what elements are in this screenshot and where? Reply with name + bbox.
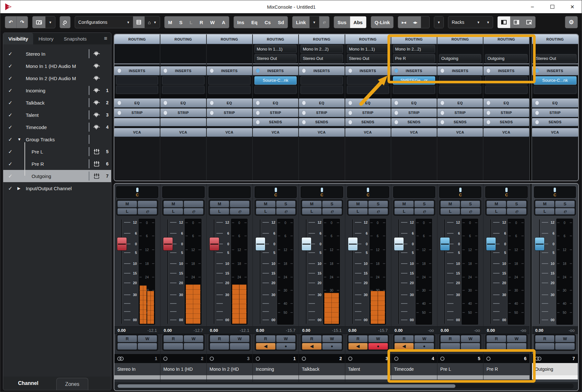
fader-track[interactable] <box>352 219 353 324</box>
routing-rack-header[interactable]: ROUTING <box>345 34 391 44</box>
expand-channels-icon[interactable]: ◂▸ <box>410 16 421 28</box>
routing-rack-header[interactable]: ROUTING <box>207 34 252 44</box>
fader-track[interactable] <box>260 219 261 324</box>
check-icon[interactable]: ✓ <box>3 136 17 143</box>
listen-button[interactable]: L <box>302 208 321 215</box>
channel-name[interactable]: Mono In 1 (HD <box>160 363 206 375</box>
eq-led[interactable] <box>256 100 260 105</box>
routing-output-value[interactable]: Outgoing <box>439 54 481 62</box>
strip-rack-header[interactable]: STRIP <box>253 108 298 117</box>
strip-led[interactable] <box>394 110 398 115</box>
channel-color-strip[interactable] <box>345 375 391 379</box>
bypass-inserts-button[interactable]: Ins <box>234 16 248 28</box>
read-automation-button[interactable]: R <box>118 335 137 342</box>
fader-handle[interactable] <box>163 237 173 251</box>
mute-button[interactable]: M <box>118 201 137 207</box>
write-automation-button[interactable]: W <box>368 335 388 342</box>
edit-channel-button[interactable]: e <box>138 208 157 215</box>
edit-channel-button[interactable]: e <box>322 208 342 215</box>
record-enable-button[interactable]: ● <box>415 343 434 350</box>
check-icon[interactable]: ✓ <box>3 124 17 130</box>
routing-output-slot[interactable]: Outgoing <box>437 54 483 63</box>
routing-output-value[interactable]: Stereo Out <box>347 54 389 62</box>
mute-button[interactable]: M <box>302 201 321 207</box>
listen-button[interactable]: L <box>441 208 460 215</box>
insert-slot-1[interactable] <box>483 75 529 85</box>
read-automation-button[interactable]: R <box>487 335 506 342</box>
insert-slot-2[interactable] <box>114 85 160 94</box>
eq-rack-header[interactable]: EQ <box>483 98 529 107</box>
listen-all-button[interactable]: L <box>186 16 196 28</box>
insert-slot-1[interactable] <box>437 75 483 85</box>
solo-button[interactable] <box>230 201 249 207</box>
search-button[interactable] <box>60 16 70 28</box>
routing-rack-header[interactable]: ROUTING <box>391 34 437 44</box>
insert-plugin-2[interactable] <box>254 86 297 94</box>
vca-rack-header[interactable]: VCA <box>391 128 437 137</box>
pan-control[interactable]: C <box>439 186 481 198</box>
insert-plugin-2[interactable] <box>534 86 577 94</box>
sends-rack-header[interactable]: SENDS <box>437 118 483 126</box>
vca-rack-header[interactable]: VCA <box>160 128 206 137</box>
channel-name[interactable]: Outgoing <box>532 363 578 375</box>
routing-output-slot[interactable]: Outgoing <box>483 54 529 63</box>
channel-color-strip[interactable] <box>437 375 483 379</box>
fader-handle[interactable] <box>486 237 496 251</box>
eq-led[interactable] <box>486 100 491 105</box>
write-automation-button[interactable]: W <box>138 335 157 342</box>
solo-button[interactable] <box>138 201 157 207</box>
insert-plugin-2[interactable] <box>208 86 251 94</box>
channel-color-strip[interactable] <box>391 375 437 379</box>
bottom-tab-channel[interactable]: Channel <box>10 377 47 390</box>
routing-input-slot[interactable]: Mono In 2...2) <box>299 44 344 54</box>
collapse-icon[interactable]: ▼ <box>17 137 26 142</box>
inserts-rack-header[interactable]: INSERTS <box>253 66 298 75</box>
edit-channel-button[interactable]: e <box>555 208 575 215</box>
home-icon[interactable]: ⌂ <box>148 20 151 25</box>
window-layout-button[interactable] <box>523 16 535 28</box>
horizontal-scrollbar-thumb[interactable] <box>118 384 455 388</box>
configurations-dropdown[interactable]: Configurations <box>78 20 107 25</box>
vca-rack-header[interactable]: VCA <box>253 128 298 137</box>
pan-control[interactable] <box>209 186 251 198</box>
routing-rack-header[interactable]: ROUTING <box>483 34 529 44</box>
listen-button[interactable]: L <box>487 208 506 215</box>
check-icon[interactable]: ✓ <box>3 100 17 106</box>
inserts-rack-header[interactable]: INSERTS <box>114 66 160 75</box>
routing-rack-header[interactable]: ROUTING <box>253 34 298 44</box>
snapshot-camera-button[interactable] <box>33 16 45 28</box>
check-icon[interactable]: ✓ <box>3 112 17 118</box>
fader-value[interactable]: 0.00 <box>118 328 148 333</box>
check-icon[interactable]: ✓ <box>3 185 17 191</box>
edit-channel-button[interactable]: e <box>507 208 526 215</box>
edit-channel-button[interactable]: e <box>368 208 388 215</box>
channel-color-strip[interactable] <box>299 375 345 379</box>
inserts-rack-header[interactable]: INSERTS <box>437 66 483 75</box>
solo-button[interactable]: S <box>322 201 342 207</box>
strip-rack-header[interactable]: STRIP <box>299 108 344 117</box>
sidebar-item-timecode[interactable]: ✓Timecode4 <box>3 121 111 133</box>
settings-gear-button[interactable]: ⚙ <box>565 16 577 28</box>
inserts-rack-header[interactable]: INSERTS <box>483 66 529 75</box>
sends-rack-header[interactable]: SENDS <box>483 118 529 126</box>
sidebar-item-incoming[interactable]: ✓Incoming1 <box>3 84 111 97</box>
insert-slot-1[interactable] <box>299 75 344 85</box>
configurations-caret[interactable]: ▼ <box>127 21 130 24</box>
routing-input-slot[interactable]: Mono In 1...1) <box>345 44 391 54</box>
channel-name[interactable]: Talkback <box>299 363 345 375</box>
listen-button[interactable]: L <box>118 208 137 215</box>
eq-rack-header[interactable]: EQ <box>345 98 391 107</box>
inserts-led[interactable] <box>394 68 398 73</box>
check-icon[interactable]: ✓ <box>3 88 17 94</box>
routing-rack-header[interactable]: ROUTING <box>299 34 344 44</box>
insert-slot-1[interactable] <box>345 75 391 85</box>
edit-channel-button[interactable]: e <box>184 208 203 215</box>
strip-rack-header[interactable]: STRIP <box>483 108 529 117</box>
collapse-channels-icon[interactable]: ▸◂ <box>398 16 409 28</box>
insert-slot-1[interactable]: Source-C...nk <box>532 75 578 85</box>
channel-name[interactable]: Mono In 2 (HD <box>207 363 253 375</box>
sidebar-item-talent[interactable]: ✓Talent3 <box>3 109 111 121</box>
close-button[interactable]: ✕ <box>562 0 582 13</box>
routing-input-value[interactable]: Mono In 1...1) <box>347 45 389 53</box>
record-enable-button[interactable]: ● <box>368 343 388 350</box>
